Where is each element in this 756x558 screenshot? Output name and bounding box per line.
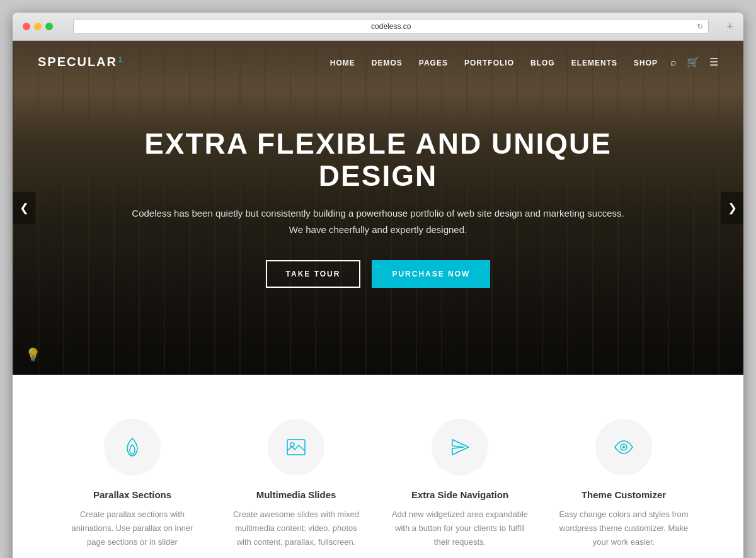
dot-yellow[interactable] xyxy=(34,23,42,30)
browser-url-bar[interactable]: codeless.co ↻ xyxy=(73,19,709,34)
feature-navigation: Extra Side Navigation Add new widgetized… xyxy=(391,419,529,549)
browser-url-text: codeless.co xyxy=(371,22,411,31)
nav-item-blog[interactable]: BLOG xyxy=(530,57,555,68)
navbar: SPECULAR 1 HOME DEMOS PAGES PORTFOLIO BL… xyxy=(13,41,743,83)
nav-icons: ⌕ 🛒 ☰ xyxy=(670,56,718,68)
features-section: Parallax Sections Create parallax sectio… xyxy=(13,375,743,558)
hero-buttons: TAKE TOUR PURCHASE NOW xyxy=(120,260,636,288)
nav-link-shop[interactable]: SHOP xyxy=(634,59,658,67)
customizer-desc: Easy change colors and styles from wordp… xyxy=(554,508,693,549)
browser-window: codeless.co ↻ + SPECULAR 1 HOME DEMOS PA… xyxy=(13,13,743,558)
dot-red[interactable] xyxy=(23,23,30,30)
nav-item-shop[interactable]: SHOP xyxy=(634,57,658,68)
navigation-desc: Add new widgetized area expandable with … xyxy=(391,508,529,549)
search-icon[interactable]: ⌕ xyxy=(670,57,677,68)
nav-item-home[interactable]: HOME xyxy=(330,57,355,68)
feature-parallax: Parallax Sections Create parallax sectio… xyxy=(63,419,202,549)
nav-link-elements[interactable]: ELEMENTS xyxy=(571,59,617,67)
nav-links: HOME DEMOS PAGES PORTFOLIO BLOG ELEMENTS… xyxy=(330,57,658,68)
brand-superscript: 1 xyxy=(118,56,123,63)
customizer-title: Theme Customizer xyxy=(581,489,666,500)
browser-titlebar: codeless.co ↻ + xyxy=(13,13,743,41)
send-icon xyxy=(447,435,472,460)
navigation-title: Extra Side Navigation xyxy=(411,489,508,500)
nav-link-pages[interactable]: PAGES xyxy=(419,59,448,67)
lightbulb-icon[interactable]: 💡 xyxy=(25,347,41,362)
hero-subtitle-line1: Codeless has been quietly but consistent… xyxy=(132,208,624,219)
hero-title: EXTRA FLEXIBLE AND UNIQUE DESIGN xyxy=(120,128,636,191)
multimedia-icon-circle xyxy=(268,419,324,475)
browser-add-tab-icon[interactable]: + xyxy=(726,20,733,33)
brand-name: SPECULAR xyxy=(38,55,117,69)
nav-item-elements[interactable]: ELEMENTS xyxy=(571,57,617,68)
feature-multimedia: Multimedia Slides Create awesome slides … xyxy=(227,419,365,549)
hero-content: EXTRA FLEXIBLE AND UNIQUE DESIGN Codeles… xyxy=(94,128,662,288)
dot-green[interactable] xyxy=(45,23,53,30)
multimedia-title: Multimedia Slides xyxy=(256,489,336,500)
browser-dots xyxy=(23,23,53,30)
flame-icon xyxy=(120,435,145,460)
multimedia-desc: Create awesome slides with mixed multime… xyxy=(227,508,365,549)
svg-point-1 xyxy=(290,443,294,447)
parallax-icon-circle xyxy=(104,419,161,475)
browser-refresh-icon[interactable]: ↻ xyxy=(697,22,703,31)
hero-subtitle: Codeless has been quietly but consistent… xyxy=(120,205,636,237)
features-grid: Parallax Sections Create parallax sectio… xyxy=(63,419,693,549)
nav-link-blog[interactable]: BLOG xyxy=(530,59,555,67)
feature-customizer: Theme Customizer Easy change colors and … xyxy=(554,419,693,549)
hero-subtitle-line2: We have cheerfully and expertly designed… xyxy=(289,224,467,235)
parallax-desc: Create parallax sections with animations… xyxy=(63,508,202,549)
svg-point-3 xyxy=(622,446,625,448)
purchase-now-button[interactable]: PURCHASE NOW xyxy=(372,260,490,288)
slider-prev-arrow[interactable]: ❮ xyxy=(13,192,35,224)
cart-icon[interactable]: 🛒 xyxy=(687,56,699,68)
take-tour-button[interactable]: TAKE TOUR xyxy=(266,260,361,288)
parallax-title: Parallax Sections xyxy=(93,489,171,500)
menu-icon[interactable]: ☰ xyxy=(709,56,718,68)
hero-section: SPECULAR 1 HOME DEMOS PAGES PORTFOLIO BL… xyxy=(13,41,743,375)
nav-item-pages[interactable]: PAGES xyxy=(419,57,448,68)
customizer-icon-circle xyxy=(595,419,652,475)
nav-link-home[interactable]: HOME xyxy=(330,59,355,67)
brand-logo[interactable]: SPECULAR 1 xyxy=(38,55,123,69)
website-content: SPECULAR 1 HOME DEMOS PAGES PORTFOLIO BL… xyxy=(13,41,743,558)
nav-link-portfolio[interactable]: PORTFOLIO xyxy=(464,59,514,67)
nav-item-demos[interactable]: DEMOS xyxy=(372,57,403,68)
eye-icon xyxy=(611,435,636,460)
svg-rect-0 xyxy=(287,440,305,455)
image-icon xyxy=(284,435,309,460)
slider-next-arrow[interactable]: ❯ xyxy=(721,192,743,224)
nav-link-demos[interactable]: DEMOS xyxy=(372,59,403,67)
nav-item-portfolio[interactable]: PORTFOLIO xyxy=(464,57,514,68)
navigation-icon-circle xyxy=(432,419,488,475)
